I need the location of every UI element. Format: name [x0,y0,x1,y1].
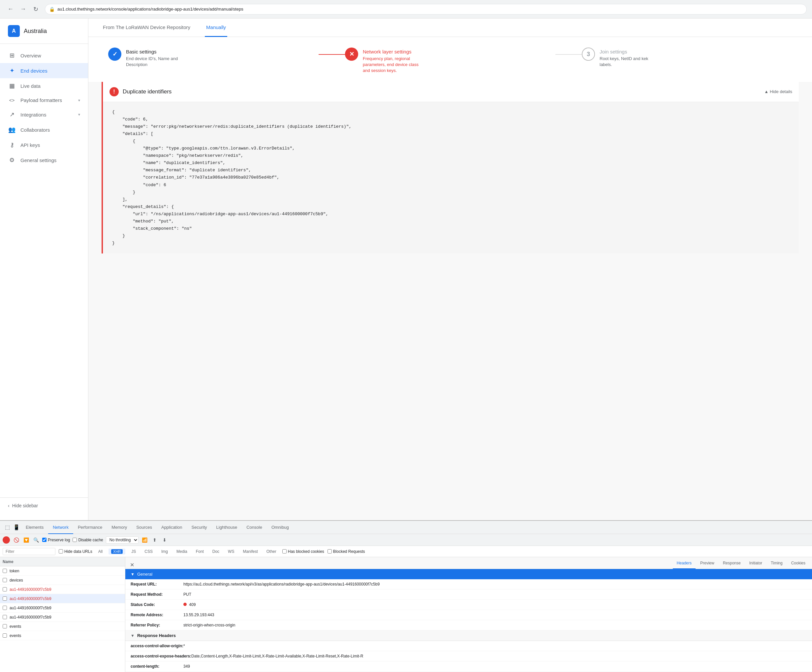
filter-button[interactable]: 🔽 [22,536,30,544]
filter-js-btn[interactable]: JS [129,549,138,554]
filter-doc-btn[interactable]: Doc [210,549,222,554]
detail-tab-initiator[interactable]: Initiator [745,558,766,569]
referrer-policy-value: strict-origin-when-cross-origin [183,622,235,628]
response-headers-section[interactable]: ▼ Response Headers [125,631,812,641]
devtools-tab-network[interactable]: Network [48,521,73,534]
refresh-button[interactable]: ↻ [30,4,41,15]
filter-ws-btn[interactable]: WS [225,549,237,554]
disable-cache-label[interactable]: Disable cache [73,538,103,542]
network-row-devices-name: devices [10,578,122,583]
filter-css-btn[interactable]: CSS [142,549,155,554]
filter-media-btn[interactable]: Media [174,549,190,554]
devtools-tab-sources[interactable]: Sources [131,521,157,534]
filter-other-btn[interactable]: Other [264,549,279,554]
network-row-events-2-checkbox[interactable] [3,633,7,638]
detail-tab-preview[interactable]: Preview [696,558,718,569]
back-button[interactable]: ← [5,4,16,15]
end-devices-icon: ✦ [8,67,16,74]
preserve-log-label[interactable]: Preserve log [42,538,70,542]
disable-cache-checkbox[interactable] [73,538,77,542]
sidebar-item-general-settings[interactable]: ⚙ General settings [0,152,88,168]
tab-manually[interactable]: Manually [205,19,227,37]
detail-tab-headers[interactable]: Headers [673,558,696,569]
network-row-events-1-checkbox[interactable] [3,624,7,628]
network-row-au1-4[interactable]: au1-4491600000f7c5b9 [0,612,125,622]
devtools-device-icon[interactable]: 📱 [12,523,21,532]
sidebar-item-label-payload-formatters: Payload formatters [20,97,73,103]
referrer-policy-row: Referrer Policy: strict-origin-when-cros… [125,620,812,631]
detail-tab-response[interactable]: Response [719,558,745,569]
detail-tab-cookies[interactable]: Cookies [787,558,809,569]
network-row-events-1[interactable]: events [0,622,125,631]
network-row-devices[interactable]: devices [0,576,125,585]
blocked-requests-label[interactable]: Blocked Requests [328,549,365,554]
devtools-tab-performance[interactable]: Performance [73,521,107,534]
step-join-info: Join settings Root keys, NetID and kek l… [600,48,659,68]
network-row-au1-1[interactable]: au1-4491600000f7c5b9 [0,585,125,594]
detail-tab-headers-label: Headers [677,561,692,565]
hide-details-button[interactable]: ▲ Hide details [764,89,792,94]
network-row-au1-2-name: au1-4491600000f7c5b9 [10,597,122,601]
network-row-au1-1-checkbox[interactable] [3,587,7,592]
devtools-tab-console[interactable]: Console [242,521,267,534]
sidebar-item-overview[interactable]: ⊞ Overview [0,48,88,63]
has-blocked-cookies-checkbox[interactable] [282,549,287,554]
network-row-au1-3-checkbox[interactable] [3,606,7,610]
preserve-log-checkbox[interactable] [42,538,46,542]
filter-xhr-btn[interactable]: XHR [109,549,125,554]
sidebar-item-payload-formatters[interactable]: <> Payload formatters ▾ [0,93,88,107]
wifi-icon-button[interactable]: 📶 [141,536,148,544]
network-panel: Name token devices au1-4491600000f7c5b9 … [0,557,812,672]
filter-manifest-btn[interactable]: Manifest [240,549,260,554]
sidebar-item-end-devices[interactable]: ✦ End devices [0,63,88,78]
record-button[interactable] [3,536,10,544]
network-row-events-2[interactable]: events [0,631,125,640]
network-row-au1-3[interactable]: au1-4491600000f7c5b9 [0,604,125,612]
step-join-desc: Root keys, NetID and kek labels. [600,56,659,68]
step-join-title: Join settings [600,49,659,55]
sidebar-item-integrations[interactable]: ↗ Integrations ▾ [0,107,88,122]
error-title-row: ! Duplicate identifiers [109,87,172,96]
filter-all-btn[interactable]: All [96,549,105,554]
devtools-tab-lighthouse[interactable]: Lighthouse [212,521,242,534]
network-row-au1-2-checkbox[interactable] [3,597,7,601]
network-row-au1-4-checkbox[interactable] [3,615,7,619]
filter-input[interactable] [3,548,55,555]
devtools-tab-memory[interactable]: Memory [107,521,131,534]
devtools-tab-elements[interactable]: Elements [21,521,48,534]
network-row-token[interactable]: token [0,566,125,576]
close-panel-button[interactable]: ✕ [128,561,136,569]
sidebar-item-live-data[interactable]: ▦ Live data [0,78,88,93]
error-icon: ! [109,87,119,96]
address-bar[interactable]: 🔒 au1.cloud.thethings.network/console/ap… [45,4,807,15]
sidebar-item-label-overview: Overview [20,53,80,58]
devtools-tab-omnibug[interactable]: Omnibug [267,521,293,534]
general-chevron-icon: ▼ [131,572,135,576]
devtools-tab-application[interactable]: Application [157,521,187,534]
network-row-token-checkbox[interactable] [3,569,7,573]
detail-tab-timing[interactable]: Timing [767,558,786,569]
devtools-inspect-icon[interactable]: ⬚ [3,523,12,532]
clear-button[interactable]: 🚫 [12,536,20,544]
forward-button[interactable]: → [18,4,28,15]
sidebar-logo: A Australia [0,19,88,44]
devtools-tab-security[interactable]: Security [187,521,212,534]
filter-font-btn[interactable]: Font [193,549,206,554]
general-section[interactable]: ▼ General [125,569,812,579]
download-button[interactable]: ⬇ [161,536,168,544]
sidebar-item-api-keys[interactable]: ⚷ API keys [0,137,88,152]
tab-lorawan-repo[interactable]: From The LoRaWAN Device Repository [102,19,192,37]
hide-data-urls-checkbox[interactable] [59,549,63,554]
throttle-select[interactable]: No throttling [106,536,138,544]
hide-data-urls-label[interactable]: Hide data URLs [59,549,92,554]
blocked-requests-checkbox[interactable] [328,549,332,554]
search-button[interactable]: 🔍 [32,536,39,544]
sidebar-item-collaborators[interactable]: 👥 Collaborators [0,122,88,137]
has-blocked-cookies-label[interactable]: Has blocked cookies [282,549,324,554]
network-list-name-header: Name [3,559,14,564]
filter-img-btn[interactable]: Img [159,549,171,554]
network-row-devices-checkbox[interactable] [3,578,7,582]
upload-button[interactable]: ⬆ [151,536,158,544]
network-row-au1-2[interactable]: au1-4491600000f7c5b9 [0,594,125,604]
sidebar-hide-button[interactable]: ‹ Hide sidebar [0,498,88,513]
